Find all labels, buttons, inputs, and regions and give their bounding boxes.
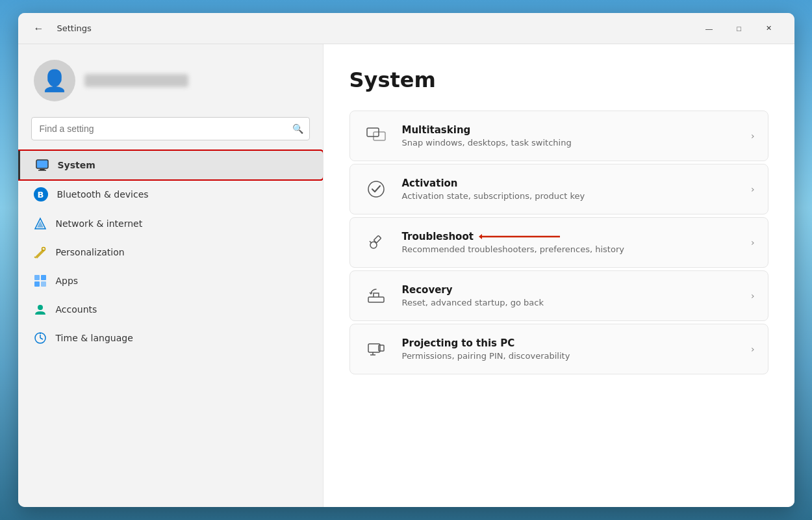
user-section: 👤: [18, 60, 323, 117]
multitasking-text: Multitasking Snap windows, desktops, tas…: [402, 124, 743, 148]
multitasking-arrow: ›: [751, 131, 755, 141]
activation-desc: Activation state, subscriptions, product…: [402, 191, 743, 201]
recovery-desc: Reset, advanced startup, go back: [402, 298, 743, 307]
multitasking-desc: Snap windows, desktops, task switching: [402, 138, 743, 148]
recovery-icon: [363, 283, 389, 309]
svg-line-14: [40, 338, 43, 339]
window-title: Settings: [57, 23, 92, 33]
projecting-icon: [363, 336, 389, 362]
setting-activation[interactable]: Activation Activation state, subscriptio…: [349, 164, 768, 214]
back-button[interactable]: ←: [29, 18, 49, 39]
projecting-title: Projecting to this PC: [402, 337, 743, 349]
title-bar: ← Settings — □ ✕: [18, 13, 794, 44]
personalization-icon: [34, 246, 47, 259]
svg-rect-24: [368, 297, 384, 302]
svg-rect-26: [379, 345, 384, 351]
svg-line-21: [370, 241, 372, 243]
svg-point-15: [40, 333, 41, 334]
projecting-text: Projecting to this PC Permissions, pairi…: [402, 337, 743, 361]
bluetooth-icon: B: [34, 187, 48, 202]
settings-window: ← Settings — □ ✕ 👤 🔍: [18, 13, 794, 507]
activation-title: Activation: [402, 177, 743, 189]
troubleshoot-text: Troubleshoot Recommended troubleshooters…: [402, 231, 743, 254]
projecting-arrow: ›: [751, 344, 755, 354]
sidebar-item-bluetooth[interactable]: B Bluetooth & devices: [18, 179, 323, 209]
recovery-title: Recovery: [402, 284, 743, 296]
projecting-desc: Permissions, pairing PIN, discoverabilit…: [402, 351, 743, 361]
minimize-button[interactable]: —: [694, 18, 724, 39]
setting-projecting[interactable]: Projecting to this PC Permissions, pairi…: [349, 324, 768, 374]
title-bar-left: ← Settings: [29, 18, 694, 39]
nav-list: System B Bluetooth & devices Network & i…: [18, 151, 323, 507]
svg-point-11: [38, 305, 43, 310]
apps-icon: [34, 274, 47, 287]
troubleshoot-icon: [363, 229, 389, 255]
network-icon: [34, 217, 47, 230]
search-input[interactable]: [31, 117, 310, 140]
svg-rect-20: [374, 235, 381, 242]
multitasking-title: Multitasking: [402, 124, 743, 136]
setting-troubleshoot[interactable]: Troubleshoot Recommended troubleshooters…: [349, 217, 768, 268]
maximize-button[interactable]: □: [724, 18, 754, 39]
avatar: 👤: [34, 60, 75, 101]
time-icon: [34, 332, 47, 344]
recovery-text: Recovery Reset, advanced startup, go bac…: [402, 284, 743, 307]
user-name: [84, 74, 188, 87]
svg-point-5: [42, 248, 45, 251]
activation-arrow: ›: [751, 184, 755, 194]
sidebar-item-time[interactable]: Time & language: [18, 324, 323, 352]
system-icon: [36, 159, 49, 172]
troubleshoot-arrow: ›: [751, 237, 755, 248]
main-content: System Multitasking Snap windows, deskto…: [324, 44, 794, 507]
svg-point-18: [368, 181, 384, 197]
page-title: System: [349, 68, 768, 92]
user-icon: 👤: [42, 68, 68, 93]
sidebar-item-network[interactable]: Network & internet: [18, 209, 323, 238]
troubleshoot-title: Troubleshoot: [402, 231, 743, 242]
svg-rect-7: [34, 275, 40, 280]
svg-rect-9: [34, 281, 40, 287]
apps-label: Apps: [56, 276, 79, 286]
bluetooth-label: Bluetooth & devices: [57, 189, 149, 200]
network-label: Network & internet: [56, 218, 143, 229]
accounts-icon: [34, 303, 47, 316]
sidebar-item-system[interactable]: System: [18, 151, 323, 179]
system-label: System: [58, 160, 95, 170]
svg-rect-8: [41, 275, 46, 280]
recovery-arrow: ›: [751, 291, 755, 301]
search-box: 🔍: [31, 117, 310, 140]
content-area: 👤 🔍 Sy: [18, 44, 794, 507]
sidebar-item-apps[interactable]: Apps: [18, 266, 323, 295]
activation-icon: [363, 176, 389, 202]
svg-marker-23: [479, 234, 482, 239]
troubleshoot-desc: Recommended troubleshooters, preferences…: [402, 244, 743, 254]
sidebar-item-personalization[interactable]: Personalization: [18, 238, 323, 266]
sidebar-item-accounts[interactable]: Accounts: [18, 295, 323, 324]
setting-multitasking[interactable]: Multitasking Snap windows, desktops, tas…: [349, 110, 768, 161]
accounts-label: Accounts: [56, 304, 97, 315]
window-controls: — □ ✕: [694, 18, 784, 39]
red-arrow-annotation: [479, 231, 563, 242]
activation-text: Activation Activation state, subscriptio…: [402, 177, 743, 201]
svg-rect-10: [41, 281, 46, 287]
setting-recovery[interactable]: Recovery Reset, advanced startup, go bac…: [349, 270, 768, 321]
search-icon: 🔍: [292, 124, 303, 134]
time-label: Time & language: [56, 333, 133, 343]
personalization-label: Personalization: [56, 247, 125, 257]
svg-rect-0: [36, 160, 48, 168]
sidebar: 👤 🔍 Sy: [18, 44, 324, 507]
multitasking-icon: [363, 123, 389, 149]
close-button[interactable]: ✕: [754, 18, 784, 39]
settings-list: Multitasking Snap windows, desktops, tas…: [349, 110, 768, 374]
